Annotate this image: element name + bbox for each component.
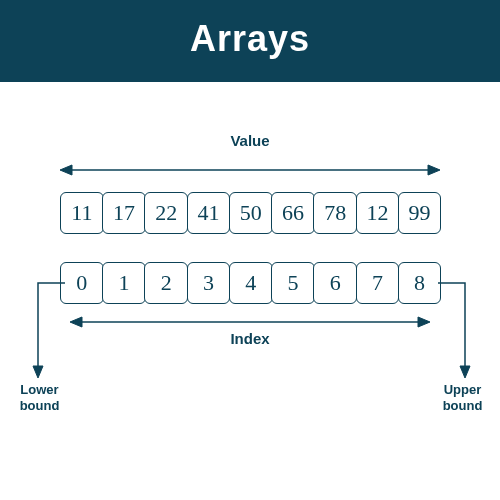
value-cell: 17 <box>102 192 146 234</box>
upper-bound-line1: Upper <box>444 382 482 397</box>
svg-marker-7 <box>460 366 470 378</box>
upper-bound-line2: bound <box>443 398 483 413</box>
index-cell: 3 <box>187 262 231 304</box>
index-cell: 6 <box>313 262 357 304</box>
value-cell: 99 <box>398 192 442 234</box>
index-cell: 5 <box>271 262 315 304</box>
values-row: 11 17 22 41 50 66 78 12 99 <box>60 192 440 234</box>
index-cell: 7 <box>356 262 400 304</box>
lower-bound-label: Lower bound <box>12 382 67 413</box>
svg-marker-4 <box>70 317 82 327</box>
upper-bound-arrow <box>438 280 473 380</box>
index-cell: 1 <box>102 262 146 304</box>
svg-marker-2 <box>428 165 440 175</box>
values-label: Value <box>0 132 500 149</box>
lower-bound-line1: Lower <box>20 382 58 397</box>
svg-marker-6 <box>33 366 43 378</box>
lower-bound-line2: bound <box>20 398 60 413</box>
svg-marker-1 <box>60 165 72 175</box>
index-label: Index <box>0 330 500 347</box>
value-cell: 66 <box>271 192 315 234</box>
value-cell: 78 <box>313 192 357 234</box>
lower-bound-arrow <box>30 280 65 380</box>
diagram-stage: Value 11 17 22 41 50 66 78 12 99 0 1 2 3… <box>0 82 500 500</box>
index-cell: 0 <box>60 262 104 304</box>
value-cell: 12 <box>356 192 400 234</box>
index-cell: 8 <box>398 262 442 304</box>
values-span-arrow <box>60 160 440 180</box>
value-cell: 11 <box>60 192 104 234</box>
upper-bound-label: Upper bound <box>435 382 490 413</box>
page-title: Arrays <box>0 0 500 82</box>
index-span-arrow <box>70 312 430 332</box>
value-cell: 22 <box>144 192 188 234</box>
index-cell: 2 <box>144 262 188 304</box>
value-cell: 41 <box>187 192 231 234</box>
value-cell: 50 <box>229 192 273 234</box>
svg-marker-5 <box>418 317 430 327</box>
index-cell: 4 <box>229 262 273 304</box>
indices-row: 0 1 2 3 4 5 6 7 8 <box>60 262 440 304</box>
